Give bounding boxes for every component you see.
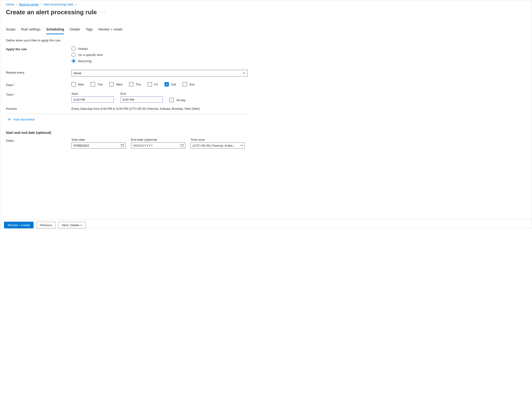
start-date-label: Start date xyxy=(71,138,126,142)
chevron-down-icon xyxy=(243,72,246,75)
tab-description: Define when you'd like to apply this rul… xyxy=(6,38,526,42)
day-fri[interactable]: Fri xyxy=(148,82,158,86)
preview-text: Every Saturday from 8:00 PM to 9:00 PM (… xyxy=(71,107,248,111)
tab-details[interactable]: Details xyxy=(70,26,80,34)
timezone-label: Time zone xyxy=(190,138,245,142)
timezone-value: (UTC+05:30) Chennai, Kolka... xyxy=(193,144,235,147)
more-actions-button[interactable]: ··· xyxy=(101,10,105,15)
start-time-input[interactable] xyxy=(71,96,114,103)
checkbox-icon xyxy=(71,82,76,86)
all-day-label: All day xyxy=(176,98,186,102)
end-time-label: End xyxy=(121,92,163,96)
day-wed[interactable]: Wed xyxy=(109,82,122,86)
checkbox-icon xyxy=(170,98,174,102)
chevron-right-icon: › xyxy=(41,3,42,6)
tab-scheduling[interactable]: Scheduling xyxy=(46,26,64,34)
calendar-icon xyxy=(180,144,184,147)
day-label: Sat xyxy=(171,83,176,86)
days-checkbox-group: Mon Tue Wed Thu xyxy=(71,82,248,86)
dates-label: Dates xyxy=(6,138,71,142)
required-star-icon: * xyxy=(14,83,15,87)
plus-icon xyxy=(7,117,11,121)
tab-bar: Scope Rule settings Scheduling Details T… xyxy=(6,26,526,34)
breadcrumb-backup-center[interactable]: Backup center xyxy=(19,3,39,6)
tab-scope[interactable]: Scope xyxy=(6,26,16,34)
radio-icon xyxy=(71,53,76,57)
chevron-down-icon xyxy=(240,144,243,147)
day-label: Tue xyxy=(97,83,103,86)
day-label: Wed xyxy=(116,83,122,86)
preview-label: Preview xyxy=(6,107,71,111)
next-button[interactable]: Next: Details > xyxy=(58,222,86,228)
day-label: Sun xyxy=(189,83,195,86)
end-date-label: End date (optional) xyxy=(131,138,185,142)
breadcrumb-alert-processing-rules[interactable]: Alert processing rules xyxy=(44,3,73,6)
checkbox-icon xyxy=(165,82,169,86)
previous-button[interactable]: Previous xyxy=(37,222,56,228)
divider xyxy=(6,114,248,114)
end-date-input-wrap[interactable] xyxy=(131,142,185,149)
radio-icon xyxy=(71,47,76,51)
start-date-input-wrap[interactable] xyxy=(71,142,126,149)
tab-tags[interactable]: Tags xyxy=(86,26,93,34)
optional-section-title: Start and end date (optional) xyxy=(6,131,526,134)
repeat-every-label: Repeat every xyxy=(6,70,71,74)
start-time-label: Start xyxy=(71,92,114,96)
checkbox-icon xyxy=(148,82,152,86)
radio-label: Always xyxy=(78,47,88,50)
add-recurrence-button[interactable]: Add recurrence xyxy=(6,117,526,121)
apply-rule-radio-group: Always On a specific time Recurring xyxy=(71,47,248,63)
calendar-icon xyxy=(121,144,124,147)
add-recurrence-label: Add recurrence xyxy=(14,118,35,121)
all-day-checkbox[interactable]: All day xyxy=(170,98,186,103)
breadcrumb-home[interactable]: Home xyxy=(6,3,14,6)
breadcrumb: Home › Backup center › Alert processing … xyxy=(6,2,526,9)
select-value: Week xyxy=(74,71,81,75)
footer-actions: Review + create Previous Next: Details > xyxy=(0,219,532,228)
end-date-input[interactable] xyxy=(133,144,180,147)
end-time-input[interactable] xyxy=(121,96,163,103)
radio-recurring[interactable]: Recurring xyxy=(71,59,248,63)
day-label: Mon xyxy=(78,83,84,86)
apply-rule-label: Apply the rule xyxy=(6,47,71,51)
checkbox-icon xyxy=(109,82,114,86)
start-date-input[interactable] xyxy=(74,144,121,147)
review-create-button[interactable]: Review + create xyxy=(4,222,34,228)
chevron-right-icon: › xyxy=(16,3,17,6)
day-thu[interactable]: Thu xyxy=(129,82,141,86)
radio-specific-time[interactable]: On a specific time xyxy=(71,53,248,57)
svg-rect-4 xyxy=(180,144,183,147)
svg-rect-0 xyxy=(121,144,124,147)
radio-always[interactable]: Always xyxy=(71,47,248,51)
time-label: Time* xyxy=(6,92,71,96)
required-star-icon: * xyxy=(13,93,14,96)
day-mon[interactable]: Mon xyxy=(71,82,84,86)
checkbox-icon xyxy=(183,82,187,86)
checkbox-icon xyxy=(91,82,95,86)
page-title: Create an alert processing rule xyxy=(6,9,97,16)
day-label: Thu xyxy=(136,83,141,86)
day-tue[interactable]: Tue xyxy=(91,82,103,86)
chevron-right-icon: › xyxy=(75,3,76,6)
repeat-every-select[interactable]: Week xyxy=(71,70,248,76)
days-label: Days* xyxy=(6,82,71,87)
radio-label: On a specific time xyxy=(78,53,103,57)
radio-icon xyxy=(71,59,76,63)
timezone-select[interactable]: (UTC+05:30) Chennai, Kolka... xyxy=(190,142,245,149)
day-sun[interactable]: Sun xyxy=(183,82,195,86)
day-sat[interactable]: Sat xyxy=(165,82,176,86)
checkbox-icon xyxy=(129,82,133,86)
radio-label: Recurring xyxy=(78,59,91,63)
tab-review-create[interactable]: Review + create xyxy=(98,26,122,34)
tab-rule-settings[interactable]: Rule settings xyxy=(21,26,40,34)
day-label: Fri xyxy=(154,83,158,86)
